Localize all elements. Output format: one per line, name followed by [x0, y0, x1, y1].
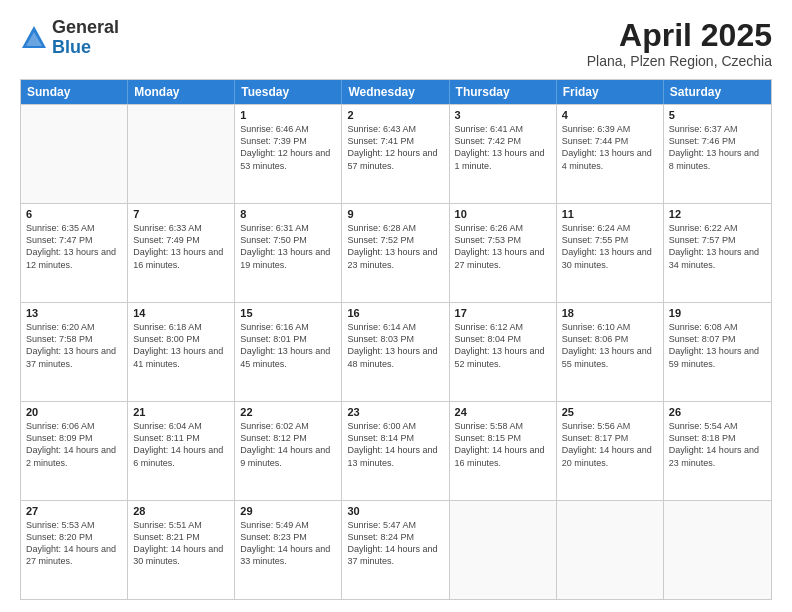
day-number: 4	[562, 109, 658, 121]
cell-text: Sunrise: 6:39 AM Sunset: 7:44 PM Dayligh…	[562, 123, 658, 172]
cal-header-cell: Wednesday	[342, 80, 449, 104]
day-number: 28	[133, 505, 229, 517]
cal-cell: 21Sunrise: 6:04 AM Sunset: 8:11 PM Dayli…	[128, 402, 235, 500]
cal-cell: 2Sunrise: 6:43 AM Sunset: 7:41 PM Daylig…	[342, 105, 449, 203]
cal-cell: 12Sunrise: 6:22 AM Sunset: 7:57 PM Dayli…	[664, 204, 771, 302]
cell-text: Sunrise: 6:02 AM Sunset: 8:12 PM Dayligh…	[240, 420, 336, 469]
cal-cell: 3Sunrise: 6:41 AM Sunset: 7:42 PM Daylig…	[450, 105, 557, 203]
day-number: 11	[562, 208, 658, 220]
day-number: 15	[240, 307, 336, 319]
cal-cell: 15Sunrise: 6:16 AM Sunset: 8:01 PM Dayli…	[235, 303, 342, 401]
cell-text: Sunrise: 6:04 AM Sunset: 8:11 PM Dayligh…	[133, 420, 229, 469]
cal-cell	[450, 501, 557, 599]
cal-header-cell: Saturday	[664, 80, 771, 104]
cal-cell: 22Sunrise: 6:02 AM Sunset: 8:12 PM Dayli…	[235, 402, 342, 500]
cell-text: Sunrise: 5:49 AM Sunset: 8:23 PM Dayligh…	[240, 519, 336, 568]
cal-cell: 27Sunrise: 5:53 AM Sunset: 8:20 PM Dayli…	[21, 501, 128, 599]
cell-text: Sunrise: 6:28 AM Sunset: 7:52 PM Dayligh…	[347, 222, 443, 271]
cal-cell: 30Sunrise: 5:47 AM Sunset: 8:24 PM Dayli…	[342, 501, 449, 599]
day-number: 2	[347, 109, 443, 121]
cal-cell: 13Sunrise: 6:20 AM Sunset: 7:58 PM Dayli…	[21, 303, 128, 401]
calendar: SundayMondayTuesdayWednesdayThursdayFrid…	[20, 79, 772, 600]
cell-text: Sunrise: 6:31 AM Sunset: 7:50 PM Dayligh…	[240, 222, 336, 271]
cell-text: Sunrise: 6:00 AM Sunset: 8:14 PM Dayligh…	[347, 420, 443, 469]
day-number: 24	[455, 406, 551, 418]
day-number: 12	[669, 208, 766, 220]
day-number: 30	[347, 505, 443, 517]
cal-cell: 17Sunrise: 6:12 AM Sunset: 8:04 PM Dayli…	[450, 303, 557, 401]
cal-cell	[557, 501, 664, 599]
cal-cell	[664, 501, 771, 599]
day-number: 25	[562, 406, 658, 418]
cal-header-cell: Monday	[128, 80, 235, 104]
day-number: 8	[240, 208, 336, 220]
cal-row: 1Sunrise: 6:46 AM Sunset: 7:39 PM Daylig…	[21, 104, 771, 203]
cell-text: Sunrise: 5:54 AM Sunset: 8:18 PM Dayligh…	[669, 420, 766, 469]
cal-header-cell: Sunday	[21, 80, 128, 104]
cell-text: Sunrise: 6:12 AM Sunset: 8:04 PM Dayligh…	[455, 321, 551, 370]
cell-text: Sunrise: 6:18 AM Sunset: 8:00 PM Dayligh…	[133, 321, 229, 370]
title-block: April 2025 Plana, Plzen Region, Czechia	[587, 18, 772, 69]
cell-text: Sunrise: 5:56 AM Sunset: 8:17 PM Dayligh…	[562, 420, 658, 469]
cell-text: Sunrise: 5:47 AM Sunset: 8:24 PM Dayligh…	[347, 519, 443, 568]
cal-header-cell: Tuesday	[235, 80, 342, 104]
cell-text: Sunrise: 6:08 AM Sunset: 8:07 PM Dayligh…	[669, 321, 766, 370]
cal-cell: 18Sunrise: 6:10 AM Sunset: 8:06 PM Dayli…	[557, 303, 664, 401]
logo-text: General Blue	[52, 18, 119, 58]
cell-text: Sunrise: 6:14 AM Sunset: 8:03 PM Dayligh…	[347, 321, 443, 370]
day-number: 9	[347, 208, 443, 220]
cal-cell: 10Sunrise: 6:26 AM Sunset: 7:53 PM Dayli…	[450, 204, 557, 302]
cal-cell: 1Sunrise: 6:46 AM Sunset: 7:39 PM Daylig…	[235, 105, 342, 203]
day-number: 29	[240, 505, 336, 517]
page: General Blue April 2025 Plana, Plzen Reg…	[0, 0, 792, 612]
cell-text: Sunrise: 6:06 AM Sunset: 8:09 PM Dayligh…	[26, 420, 122, 469]
day-number: 10	[455, 208, 551, 220]
cell-text: Sunrise: 6:37 AM Sunset: 7:46 PM Dayligh…	[669, 123, 766, 172]
day-number: 21	[133, 406, 229, 418]
cell-text: Sunrise: 6:16 AM Sunset: 8:01 PM Dayligh…	[240, 321, 336, 370]
calendar-header: SundayMondayTuesdayWednesdayThursdayFrid…	[21, 80, 771, 104]
day-number: 6	[26, 208, 122, 220]
day-number: 3	[455, 109, 551, 121]
day-number: 27	[26, 505, 122, 517]
cal-cell: 14Sunrise: 6:18 AM Sunset: 8:00 PM Dayli…	[128, 303, 235, 401]
day-number: 14	[133, 307, 229, 319]
cell-text: Sunrise: 5:58 AM Sunset: 8:15 PM Dayligh…	[455, 420, 551, 469]
logo-blue: Blue	[52, 37, 91, 57]
logo-icon	[20, 24, 48, 52]
calendar-body: 1Sunrise: 6:46 AM Sunset: 7:39 PM Daylig…	[21, 104, 771, 599]
cal-cell: 19Sunrise: 6:08 AM Sunset: 8:07 PM Dayli…	[664, 303, 771, 401]
cal-cell: 26Sunrise: 5:54 AM Sunset: 8:18 PM Dayli…	[664, 402, 771, 500]
cell-text: Sunrise: 5:51 AM Sunset: 8:21 PM Dayligh…	[133, 519, 229, 568]
day-number: 22	[240, 406, 336, 418]
cell-text: Sunrise: 6:20 AM Sunset: 7:58 PM Dayligh…	[26, 321, 122, 370]
cell-text: Sunrise: 6:22 AM Sunset: 7:57 PM Dayligh…	[669, 222, 766, 271]
cell-text: Sunrise: 6:35 AM Sunset: 7:47 PM Dayligh…	[26, 222, 122, 271]
cell-text: Sunrise: 6:24 AM Sunset: 7:55 PM Dayligh…	[562, 222, 658, 271]
cal-cell: 28Sunrise: 5:51 AM Sunset: 8:21 PM Dayli…	[128, 501, 235, 599]
day-number: 16	[347, 307, 443, 319]
day-number: 13	[26, 307, 122, 319]
day-number: 26	[669, 406, 766, 418]
day-number: 23	[347, 406, 443, 418]
cal-cell: 7Sunrise: 6:33 AM Sunset: 7:49 PM Daylig…	[128, 204, 235, 302]
cal-cell: 29Sunrise: 5:49 AM Sunset: 8:23 PM Dayli…	[235, 501, 342, 599]
cal-row: 27Sunrise: 5:53 AM Sunset: 8:20 PM Dayli…	[21, 500, 771, 599]
cal-header-cell: Thursday	[450, 80, 557, 104]
cal-cell: 20Sunrise: 6:06 AM Sunset: 8:09 PM Dayli…	[21, 402, 128, 500]
cal-cell	[128, 105, 235, 203]
cell-text: Sunrise: 6:33 AM Sunset: 7:49 PM Dayligh…	[133, 222, 229, 271]
cal-cell: 23Sunrise: 6:00 AM Sunset: 8:14 PM Dayli…	[342, 402, 449, 500]
day-number: 5	[669, 109, 766, 121]
cal-row: 20Sunrise: 6:06 AM Sunset: 8:09 PM Dayli…	[21, 401, 771, 500]
day-number: 1	[240, 109, 336, 121]
day-number: 18	[562, 307, 658, 319]
cell-text: Sunrise: 6:26 AM Sunset: 7:53 PM Dayligh…	[455, 222, 551, 271]
cal-cell: 5Sunrise: 6:37 AM Sunset: 7:46 PM Daylig…	[664, 105, 771, 203]
cal-cell	[21, 105, 128, 203]
header: General Blue April 2025 Plana, Plzen Reg…	[20, 18, 772, 69]
logo: General Blue	[20, 18, 119, 58]
day-number: 19	[669, 307, 766, 319]
day-number: 20	[26, 406, 122, 418]
cell-text: Sunrise: 6:41 AM Sunset: 7:42 PM Dayligh…	[455, 123, 551, 172]
